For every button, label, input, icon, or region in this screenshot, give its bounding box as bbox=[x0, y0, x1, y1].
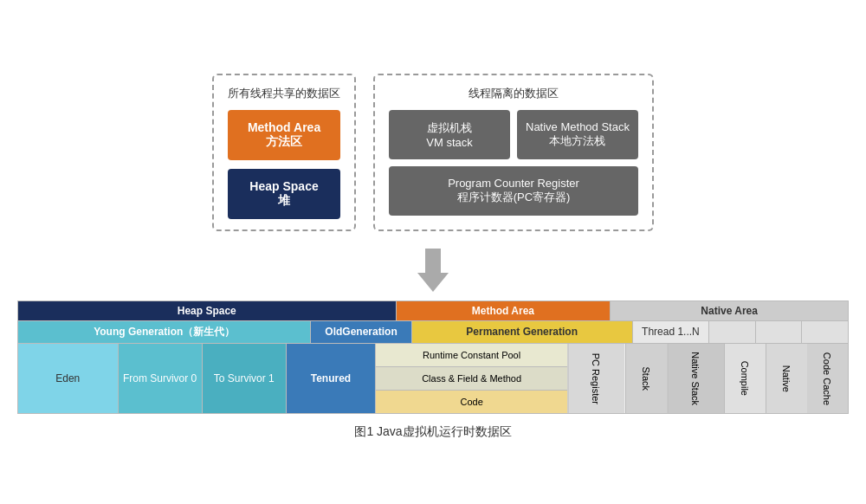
shared-area: 所有线程共享的数据区 Method Area 方法区 Heap Space 堆 bbox=[212, 74, 356, 231]
stack-text: Stack bbox=[641, 366, 651, 391]
young-gen-header: Young Generation（新生代） bbox=[18, 321, 311, 343]
codecache-header bbox=[802, 321, 848, 343]
native2-text: Native bbox=[782, 365, 792, 391]
main-container: 所有线程共享的数据区 Method Area 方法区 Heap Space 堆 … bbox=[17, 65, 849, 440]
old-gen-line2: Generation bbox=[342, 326, 397, 338]
caption: 图1 Java虚拟机运行时数据区 bbox=[17, 424, 849, 440]
compile-text: Compile bbox=[740, 360, 751, 395]
heap-space-line1: Heap Space bbox=[245, 179, 323, 193]
shared-label: 所有线程共享的数据区 bbox=[228, 86, 340, 101]
codecache-cell: Code Cache bbox=[807, 344, 848, 413]
arrow-shaft bbox=[425, 249, 441, 273]
perm-gen-header: Permanent Generation bbox=[412, 321, 633, 343]
heap-space-box: Heap Space 堆 bbox=[228, 169, 340, 219]
isolated-area: 线程隔离的数据区 虚拟机栈 VM stack Native Method Sta… bbox=[373, 74, 654, 231]
top-section: 所有线程共享的数据区 Method Area 方法区 Heap Space 堆 … bbox=[17, 65, 849, 240]
detail-row: Eden From Survivor 0 To Survivor 1 Tenur… bbox=[18, 344, 848, 413]
method-area-line2: 方法区 bbox=[245, 134, 323, 150]
arrow-down bbox=[417, 249, 449, 292]
tenured-cell: Tenured bbox=[287, 344, 376, 413]
isolated-grid: 虚拟机栈 VM stack Native Method Stack 本地方法栈 … bbox=[389, 110, 638, 216]
pc-register-line1: Program Counter Register bbox=[397, 177, 630, 190]
heap-space-header: Heap Space bbox=[18, 301, 397, 320]
header-row: Heap Space Method Area Native Area bbox=[18, 301, 848, 321]
from-survivor-cell: From Survivor 0 bbox=[119, 344, 203, 413]
native-stack-cell: Native Stack bbox=[667, 344, 724, 413]
old-gen-line1: Old bbox=[325, 326, 342, 338]
method-area-header: Method Area bbox=[397, 301, 611, 320]
stack-cell: Stack bbox=[625, 344, 667, 413]
native-stack-line1: Native Method Stack bbox=[526, 120, 630, 133]
vm-stack-box: 虚拟机栈 VM stack bbox=[389, 110, 510, 159]
native2-cell: Native bbox=[766, 344, 807, 413]
to-survivor-cell: To Survivor 1 bbox=[203, 344, 287, 413]
vm-stack-line2: VM stack bbox=[397, 136, 501, 149]
native-stack-box: Native Method Stack 本地方法栈 bbox=[517, 110, 638, 159]
pc-register-line2: 程序计数器(PC寄存器) bbox=[397, 190, 630, 205]
codecache-text: Code Cache bbox=[823, 352, 833, 404]
arrow-head bbox=[417, 273, 449, 292]
perm-sub-col: Runtime Constant Pool Class & Field & Me… bbox=[376, 344, 567, 413]
isolated-label: 线程隔离的数据区 bbox=[389, 86, 638, 101]
bottom-table: Heap Space Method Area Native Area Young… bbox=[17, 300, 849, 414]
runtime-constant-row: Runtime Constant Pool bbox=[376, 344, 567, 367]
native2-header bbox=[756, 321, 803, 343]
heap-space-line2: 堆 bbox=[245, 193, 323, 209]
compile-cell: Compile bbox=[724, 344, 766, 413]
code-row: Code bbox=[376, 391, 567, 413]
arrow-container bbox=[17, 249, 849, 292]
old-gen-header: Old Generation bbox=[311, 321, 411, 343]
pc-register-cell: PC Register bbox=[567, 344, 624, 413]
thread-header: Thread 1...N bbox=[633, 321, 709, 343]
pc-register-box: Program Counter Register 程序计数器(PC寄存器) bbox=[389, 166, 638, 216]
eden-cell: Eden bbox=[18, 344, 119, 413]
compile-header bbox=[709, 321, 756, 343]
method-area-line1: Method Area bbox=[245, 120, 323, 134]
native-stack-line2: 本地方法栈 bbox=[526, 133, 630, 149]
native-stack-text: Native Stack bbox=[690, 352, 701, 405]
native-area-header: Native Area bbox=[611, 301, 848, 320]
vm-stack-line1: 虚拟机栈 bbox=[397, 120, 501, 136]
subheader-row: Young Generation（新生代） Old Generation Per… bbox=[18, 321, 848, 344]
pc-register-text: PC Register bbox=[591, 352, 602, 404]
class-field-row: Class & Field & Method bbox=[376, 367, 567, 391]
method-area-box: Method Area 方法区 bbox=[228, 110, 340, 160]
